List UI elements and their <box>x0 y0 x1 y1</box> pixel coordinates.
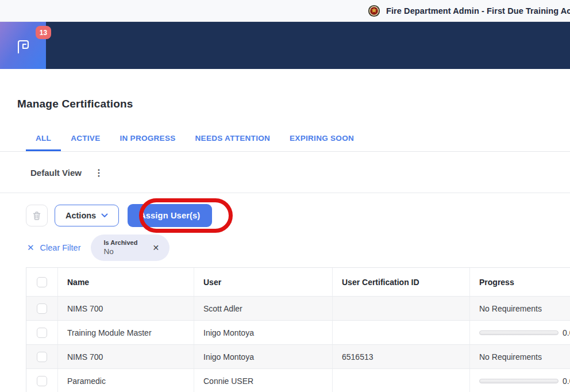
tab-in-progress[interactable]: IN PROGRESS <box>110 128 185 151</box>
page-title: Manage Certifications <box>17 98 570 110</box>
toolbar: Actions Assign User(s) <box>26 204 570 227</box>
x-icon: ✕ <box>27 243 34 253</box>
column-header-progress: Progress <box>470 268 570 296</box>
column-header-user: User <box>194 268 333 296</box>
cell-cert-id: 6516513 <box>333 345 470 368</box>
cell-progress: 0.0 <box>470 321 570 344</box>
progress-bar <box>479 379 559 383</box>
view-name: Default View <box>30 168 82 178</box>
row-checkbox[interactable] <box>37 376 47 386</box>
table-row[interactable]: NIMS 700 Scott Adler No Requirements <box>26 297 570 321</box>
chevron-down-icon <box>101 213 108 218</box>
fire-department-seal-icon <box>368 5 380 17</box>
actions-label: Actions <box>66 211 96 220</box>
progress-bar <box>479 330 559 335</box>
cell-name: NIMS 700 <box>58 297 194 320</box>
tab-needs-attention[interactable]: NEEDS ATTENTION <box>186 128 280 151</box>
cell-user: Connie USER <box>194 369 333 392</box>
progress-value: 0.0 <box>563 328 570 337</box>
filter-chip-is-archived: Is Archived No ✕ <box>91 235 170 261</box>
progress-value: 0.0 <box>563 376 570 386</box>
cell-user: Inigo Montoya <box>194 321 333 344</box>
table-row[interactable]: Paramedic Connie USER 0.0 <box>26 369 570 392</box>
account-title: Fire Department Admin - First Due Traini… <box>386 6 570 16</box>
cell-user: Scott Adler <box>194 297 333 320</box>
clear-filter-label: Clear Filter <box>40 243 81 252</box>
cell-cert-id <box>333 321 470 344</box>
table-row[interactable]: NIMS 700 Inigo Montoya 6516513 No Requir… <box>26 345 570 369</box>
certifications-table: Name User User Certification ID Progress… <box>26 267 570 392</box>
first-due-logo-icon <box>14 37 32 56</box>
cell-progress: No Requirements <box>470 297 570 320</box>
notification-badge: 13 <box>36 26 51 39</box>
trash-icon <box>32 211 41 221</box>
top-bar: Fire Department Admin - First Due Traini… <box>0 0 570 22</box>
main-content: Manage Certifications ALL ACTIVE IN PROG… <box>0 69 570 392</box>
cell-name: NIMS 700 <box>58 345 194 368</box>
cell-name: Training Module Master <box>58 321 194 344</box>
table-header-row: Name User User Certification ID Progress <box>26 268 570 297</box>
delete-button[interactable] <box>26 205 48 226</box>
cell-cert-id <box>333 297 470 320</box>
tab-active[interactable]: ACTIVE <box>61 128 110 151</box>
certification-tabs: ALL ACTIVE IN PROGRESS NEEDS ATTENTION E… <box>0 128 570 152</box>
main-nav-bar: 13 <box>0 22 570 69</box>
filter-chip-title: Is Archived <box>103 239 137 247</box>
actions-dropdown-button[interactable]: Actions <box>55 205 119 226</box>
assign-users-button[interactable]: Assign User(s) <box>128 204 212 227</box>
chip-close-icon[interactable]: ✕ <box>152 243 159 252</box>
clear-filter-link[interactable]: ✕ Clear Filter <box>27 243 80 253</box>
row-checkbox[interactable] <box>37 328 47 338</box>
filter-row: ✕ Clear Filter Is Archived No ✕ <box>27 235 570 261</box>
column-header-name: Name <box>58 268 194 296</box>
filter-chip-value: No <box>103 247 137 257</box>
cell-user: Inigo Montoya <box>194 345 333 368</box>
select-all-checkbox[interactable] <box>37 277 47 287</box>
view-selector-row: Default View ⋮ <box>0 152 570 193</box>
cell-progress: 0.0 <box>470 369 570 392</box>
cell-name: Paramedic <box>58 369 194 392</box>
kebab-menu-icon[interactable]: ⋮ <box>94 168 103 178</box>
cell-progress: No Requirements <box>470 345 570 368</box>
tab-expiring-soon[interactable]: EXPIRING SOON <box>280 128 364 151</box>
account-header: Fire Department Admin - First Due Traini… <box>368 5 570 17</box>
row-checkbox[interactable] <box>37 352 47 362</box>
tab-all[interactable]: ALL <box>26 128 61 151</box>
row-checkbox[interactable] <box>37 303 47 314</box>
table-row[interactable]: Training Module Master Inigo Montoya 0.0 <box>26 321 570 345</box>
cell-cert-id <box>333 369 470 392</box>
column-header-cert-id: User Certification ID <box>333 268 470 296</box>
